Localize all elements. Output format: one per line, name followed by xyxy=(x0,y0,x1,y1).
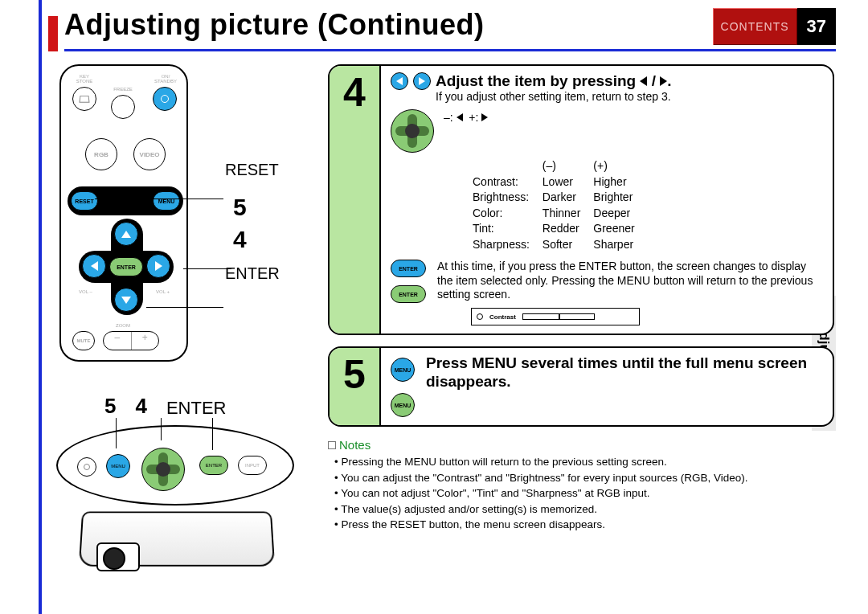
note-item: You can adjust the "Contrast" and "Brigh… xyxy=(344,471,834,485)
menu-button: MENU xyxy=(153,191,180,211)
notes-section: Notes Pressing the MENU button will retu… xyxy=(328,438,834,532)
panel-enter-button: ENTER xyxy=(199,456,228,475)
nav-right-button xyxy=(146,254,170,278)
nav-up-button xyxy=(114,222,138,246)
panel-callout-4: 4 xyxy=(135,394,146,419)
step-4-heading-text: Adjust the item by pressing / . xyxy=(436,72,672,90)
leader-panel-4 xyxy=(161,418,162,440)
nav-left-button xyxy=(82,254,106,278)
panel-menu-button: MENU xyxy=(106,454,130,478)
mute-button: MUTE xyxy=(72,331,95,350)
leader-panel-enter xyxy=(212,418,213,450)
left-red-marker xyxy=(48,16,58,51)
contents-button[interactable]: CONTENTS xyxy=(713,8,797,45)
video-button: VIDEO xyxy=(133,138,166,170)
page-box: CONTENTS 37 xyxy=(713,8,836,45)
power-button xyxy=(153,87,177,111)
remote-label-keystone: KEY STONE xyxy=(72,74,96,84)
table-row: Contrast:LowerHigher xyxy=(473,175,646,190)
page-title: Adjusting picture (Continued) xyxy=(64,8,484,41)
projector-lens xyxy=(96,542,140,571)
right-triangle-glyph xyxy=(660,76,667,86)
col-minus: (–) xyxy=(542,159,592,174)
left-illustration-column: KEY STONE ON/ STANDBY FREEZE RGB VIDEO R… xyxy=(56,64,305,567)
step-5-number: 5 xyxy=(330,348,381,425)
panel-power-button xyxy=(77,457,96,477)
remote-label-volminus: VOL – xyxy=(79,289,92,294)
step-4-enter-note: At this time, if you press the ENTER but… xyxy=(437,260,823,303)
menu-circle-green: MENU xyxy=(391,393,415,417)
note-item: Press the RESET button, the menu screen … xyxy=(344,518,834,532)
notes-square-icon xyxy=(328,441,336,449)
note-item: You can not adjust "Color", "Tint" and "… xyxy=(344,486,834,501)
nav-down-button xyxy=(114,288,138,312)
osd-preview: Contrast xyxy=(471,308,640,325)
remote-label-onstandby: ON/ STANDBY xyxy=(149,74,182,84)
leader-enter xyxy=(146,307,223,308)
table-row: Brightness:DarkerBrighter xyxy=(473,190,646,205)
rgb-button: RGB xyxy=(85,138,117,170)
projector-body xyxy=(80,510,273,567)
reset-button: RESET xyxy=(71,191,98,211)
note-item: The value(s) adjusted and/or setting(s) … xyxy=(344,502,834,517)
panel-callout-5: 5 xyxy=(104,394,116,419)
nav-cross: ENTER xyxy=(79,219,174,315)
projector-top-panel: MENU ENTER INPUT xyxy=(56,425,294,506)
step-4-subtext: If you adjust other setting item, return… xyxy=(436,90,823,103)
osd-contrast-icon xyxy=(477,313,483,320)
callout-4: 4 xyxy=(233,226,280,253)
callout-enter: ENTER xyxy=(225,264,280,283)
page-number: 37 xyxy=(797,8,836,45)
enter-button: ENTER xyxy=(109,257,143,276)
projector-panel-illustration: 5 4 ENTER MENU ENTER INPUT xyxy=(56,394,297,567)
table-row: Sharpness:SofterSharper xyxy=(473,238,646,252)
step-4-heading: Adjust the item by pressing / . xyxy=(391,72,823,90)
left-arrow-icon xyxy=(391,72,408,90)
freeze-button xyxy=(111,95,135,119)
menu-circle-blue: MENU xyxy=(391,358,415,382)
note-item: Pressing the MENU button will return to … xyxy=(344,455,834,469)
step-4-number: 4 xyxy=(330,66,381,334)
notes-heading: Notes xyxy=(328,438,834,452)
step-5-heading: Press MENU several times until the full … xyxy=(426,354,823,391)
panel-callouts: 5 4 ENTER xyxy=(56,394,297,419)
remote-callouts: RESET 5 4 ENTER xyxy=(201,161,280,288)
joystick-icon xyxy=(391,109,434,153)
step-4: 4 Adjust the item by pressing / . If you… xyxy=(328,64,834,335)
osd-slider xyxy=(522,313,595,320)
osd-label: Contrast xyxy=(489,313,516,321)
callout-reset: RESET xyxy=(225,161,280,179)
step-5: 5 MENU MENU Press MENU several times unt… xyxy=(328,346,834,427)
left-blue-rule xyxy=(39,0,42,614)
table-row: Color:ThinnerDeeper xyxy=(473,207,646,221)
adjustment-table: (–)(+) Contrast:LowerHigher Brightness:D… xyxy=(471,158,648,253)
col-plus: (+) xyxy=(593,159,645,174)
remote-control-illustration: KEY STONE ON/ STANDBY FREEZE RGB VIDEO R… xyxy=(59,64,188,362)
panel-input-button: INPUT xyxy=(238,456,267,475)
right-arrow-icon xyxy=(413,72,431,90)
step-4-minmax: –: +: xyxy=(444,111,488,124)
panel-joystick xyxy=(141,444,186,489)
table-row: Tint:RedderGreener xyxy=(473,222,646,236)
enter-pill-green: ENTER xyxy=(391,285,426,303)
remote-label-freeze: FREEZE xyxy=(109,87,137,92)
left-triangle-glyph xyxy=(640,76,647,86)
remote-label-volplus: VOL + xyxy=(156,289,170,294)
callout-5: 5 xyxy=(233,194,280,221)
leader-panel-5 xyxy=(116,418,117,448)
enter-pill-blue: ENTER xyxy=(391,260,426,277)
right-steps-column: 4 Adjust the item by pressing / . If you… xyxy=(328,64,834,534)
zoom-rocker: –+ xyxy=(103,331,159,350)
panel-callout-enter: ENTER xyxy=(166,398,227,419)
keystone-button xyxy=(72,87,96,111)
remote-label-zoom: ZOOM xyxy=(116,323,130,328)
